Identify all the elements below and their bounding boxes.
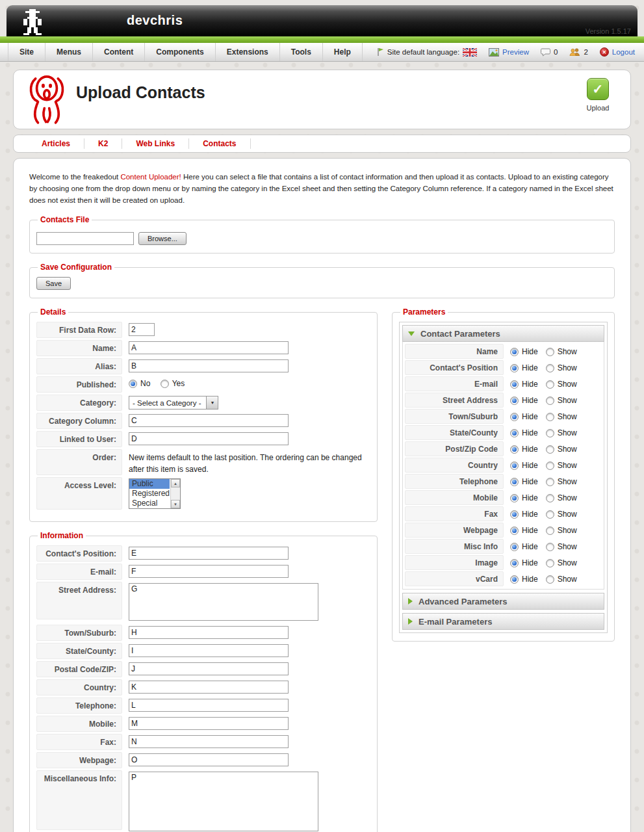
logged-in-users-icon[interactable] (569, 48, 580, 56)
name-input[interactable] (129, 341, 289, 354)
save-button[interactable]: Save (36, 277, 71, 290)
show-radio[interactable] (546, 575, 554, 584)
tab-contacts[interactable]: Contacts (189, 138, 250, 149)
country-input[interactable] (129, 681, 289, 694)
first-data-row-field: First Data Row: (36, 322, 370, 338)
state-county-field: State/County: (36, 643, 370, 659)
logout-link[interactable]: Logout (612, 48, 635, 56)
param-row-fax: Fax HideShow (405, 506, 602, 521)
upload-button[interactable]: ✓ (587, 78, 609, 100)
category-column-input[interactable] (129, 414, 289, 427)
menu-help[interactable]: Help (323, 43, 363, 61)
menu-content[interactable]: Content (93, 43, 145, 61)
hide-radio[interactable] (510, 348, 519, 356)
telephone-input[interactable] (129, 699, 289, 712)
hide-radio[interactable] (510, 396, 519, 405)
contacts-file-legend: Contacts File (38, 215, 92, 224)
hide-radio[interactable] (510, 510, 519, 519)
param-row-vcard: vCard HideShow (405, 571, 602, 586)
first-data-row-input[interactable] (129, 323, 155, 336)
postal-code-input[interactable] (129, 662, 289, 675)
param-row-country: Country HideShow (405, 458, 602, 473)
site-title: devchris (127, 13, 183, 28)
menu-extensions[interactable]: Extensions (216, 43, 280, 61)
access-option-registered[interactable]: Registered (129, 489, 170, 499)
hide-radio[interactable] (510, 478, 519, 486)
show-radio[interactable] (546, 445, 554, 454)
advanced-parameters-slider[interactable]: Advanced Parameters (402, 593, 604, 610)
show-radio[interactable] (546, 478, 554, 486)
category-select[interactable]: - Select a Category - ▼ (129, 396, 218, 410)
hide-radio[interactable] (510, 380, 519, 389)
scroll-down-icon[interactable]: ▼ (171, 500, 180, 508)
town-suburb-input[interactable] (129, 626, 289, 639)
hide-radio[interactable] (510, 526, 519, 535)
hide-radio[interactable] (510, 462, 519, 470)
preview-icon[interactable] (489, 48, 499, 57)
show-radio[interactable] (546, 380, 554, 389)
access-option-public[interactable]: Public (129, 479, 170, 489)
slider-collapsed-icon (408, 598, 413, 604)
show-radio[interactable] (546, 348, 554, 356)
fax-input[interactable] (129, 735, 289, 748)
show-radio[interactable] (546, 510, 554, 519)
information-legend: Information (38, 531, 86, 540)
messages-icon[interactable] (541, 48, 550, 57)
tab-web-links[interactable]: Web Links (122, 138, 189, 149)
hide-radio[interactable] (510, 364, 519, 372)
menu-components[interactable]: Components (145, 43, 215, 61)
state-county-input[interactable] (129, 644, 289, 657)
category-column-field: Category Column: (36, 413, 370, 429)
show-radio[interactable] (546, 543, 554, 551)
contacts-position-input[interactable] (129, 547, 289, 560)
page-header-panel: Upload Contacts ✓ Upload (13, 70, 631, 129)
browse-button[interactable]: Browse... (138, 232, 187, 245)
select-dropdown-arrow-icon[interactable]: ▼ (206, 396, 218, 409)
misc-info-textarea[interactable]: P (129, 772, 318, 831)
name-label: Name: (36, 340, 122, 356)
street-address-textarea[interactable]: G (129, 583, 318, 621)
menu-tools[interactable]: Tools (280, 43, 323, 61)
file-input[interactable] (36, 232, 134, 245)
uk-flag-icon[interactable] (463, 48, 477, 57)
messages-count: 0 (554, 48, 558, 56)
hide-radio[interactable] (510, 575, 519, 584)
tab-k2[interactable]: K2 (84, 138, 122, 149)
hide-radio[interactable] (510, 543, 519, 551)
name-field: Name: (36, 340, 370, 356)
email-parameters-slider[interactable]: E-mail Parameters (402, 613, 604, 630)
country-field: Country: (36, 679, 370, 696)
listbox-scrollbar[interactable]: ▲ ▼ (170, 479, 180, 508)
hide-radio[interactable] (510, 494, 519, 502)
published-no-radio[interactable] (129, 380, 137, 388)
tab-articles[interactable]: Articles (28, 138, 84, 149)
access-level-listbox[interactable]: Public Registered Special ▲ ▼ (129, 478, 181, 509)
email-input[interactable] (129, 565, 289, 578)
hide-radio[interactable] (510, 559, 519, 567)
show-radio[interactable] (546, 526, 554, 535)
show-radio[interactable] (546, 559, 554, 567)
show-radio[interactable] (546, 462, 554, 470)
mobile-input[interactable] (129, 717, 289, 730)
menu-site[interactable]: Site (8, 43, 45, 61)
show-radio[interactable] (546, 413, 554, 421)
details-fieldset: Details First Data Row: Name: Alias: (29, 307, 378, 522)
linked-to-user-input[interactable] (129, 432, 289, 445)
hide-radio[interactable] (510, 429, 519, 437)
published-yes-radio[interactable] (161, 380, 169, 388)
menu-menus[interactable]: Menus (45, 43, 93, 61)
logout-icon[interactable]: ✕ (600, 47, 609, 57)
show-radio[interactable] (546, 396, 554, 405)
show-radio[interactable] (546, 429, 554, 437)
hide-radio[interactable] (510, 445, 519, 454)
access-option-special[interactable]: Special (129, 499, 170, 508)
show-radio[interactable] (546, 494, 554, 502)
hide-radio[interactable] (510, 413, 519, 421)
contact-parameters-slider[interactable]: Contact Parameters (402, 325, 604, 342)
preview-link[interactable]: Preview (502, 48, 529, 56)
param-row-image: Image HideShow (405, 555, 602, 570)
scroll-up-icon[interactable]: ▲ (171, 479, 180, 488)
alias-input[interactable] (129, 359, 289, 372)
show-radio[interactable] (546, 364, 554, 372)
webpage-input[interactable] (129, 753, 289, 766)
